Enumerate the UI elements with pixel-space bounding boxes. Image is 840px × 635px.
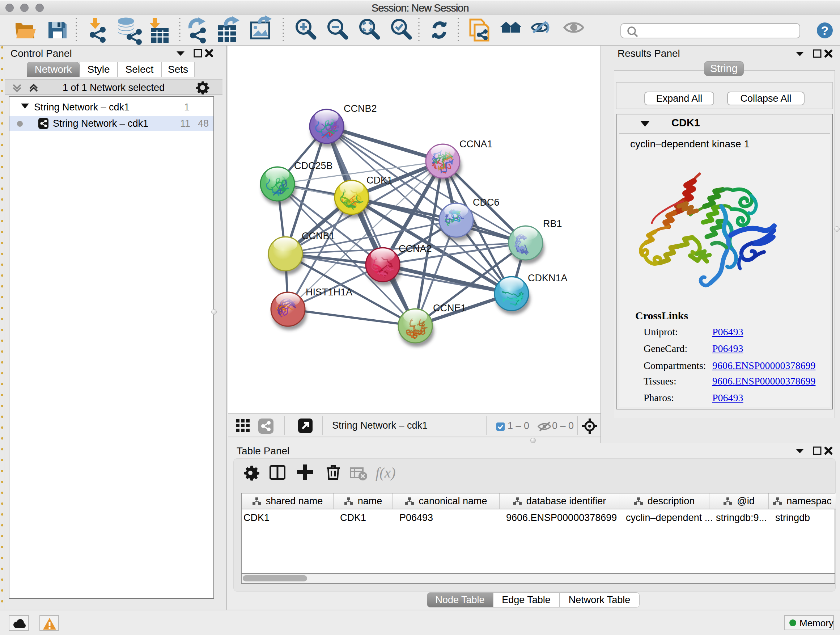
svg-text:CCNA1: CCNA1	[459, 139, 493, 149]
svg-text:CCNB1: CCNB1	[302, 231, 335, 241]
svg-text:CDC25B: CDC25B	[294, 160, 333, 171]
svg-text:CDK1: CDK1	[366, 175, 393, 186]
svg-text:CCNA2: CCNA2	[399, 243, 432, 254]
svg-text:CCNB2: CCNB2	[344, 103, 377, 114]
svg-text:CDC6: CDC6	[473, 197, 500, 208]
svg-text:RB1: RB1	[543, 218, 562, 229]
svg-text:HIST1H1A: HIST1H1A	[306, 287, 352, 298]
svg-text:f(x): f(x)	[376, 464, 396, 481]
svg-text:CDKN1A: CDKN1A	[528, 272, 568, 283]
svg-text:CCNE1: CCNE1	[433, 302, 466, 314]
svg-text:?: ?	[821, 24, 829, 37]
